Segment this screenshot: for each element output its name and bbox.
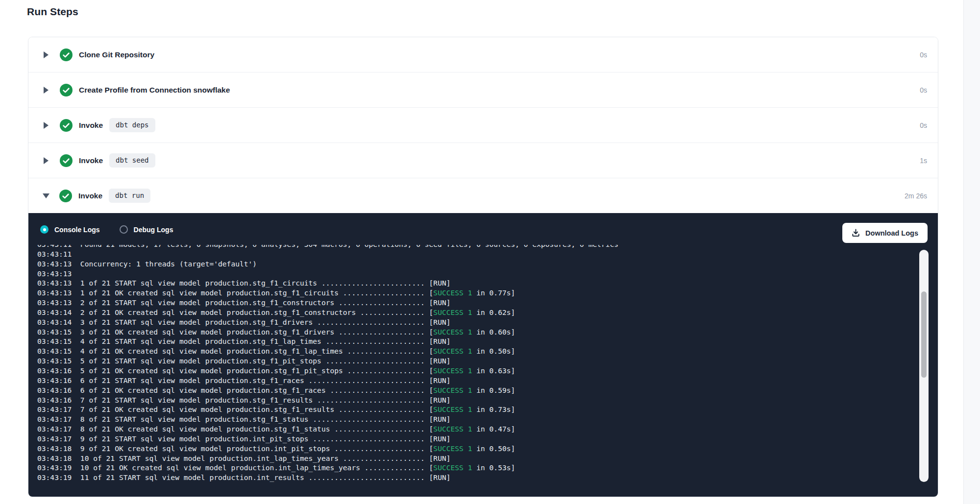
log-line: 03:43:14 3 of 21 START sql view model pr…	[37, 317, 916, 327]
success-check-icon	[60, 154, 73, 167]
log-status: RUN	[433, 415, 446, 423]
step-row-invoke-dbt-run[interactable]: Invokedbt run2m 26s	[28, 178, 938, 213]
log-line: 03:43:13 2 of 21 START sql view model pr…	[37, 298, 916, 308]
page-title: Run Steps	[27, 6, 78, 18]
log-status: RUN	[433, 357, 446, 365]
caret-down-icon[interactable]	[43, 193, 49, 198]
log-line: 03:43:16 6 of 21 OK created sql view mod…	[37, 385, 916, 395]
log-status: RUN	[433, 396, 446, 404]
console-log-content: 03:43:11 Found 21 models, 17 tests, 0 sn…	[37, 245, 916, 482]
log-line: 03:43:17 9 of 21 START sql view model pr…	[37, 434, 916, 444]
step-label: Clone Git Repository	[79, 50, 154, 59]
radio-unselected-icon[interactable]	[120, 225, 128, 234]
log-status: SUCCESS 1	[433, 463, 472, 472]
caret-right-icon[interactable]	[44, 157, 49, 164]
console-scrollbar-thumb[interactable]	[921, 291, 927, 378]
step-row-create-profile-from-connection-snowflake[interactable]: Create Profile from Connection snowflake…	[28, 72, 938, 107]
log-status: SUCCESS 1	[433, 288, 472, 297]
step-duration: 1s	[920, 157, 927, 165]
log-line: 03:43:19 11 of 21 START sql view model p…	[37, 473, 916, 482]
console-panel: Console LogsDebug Logs Download Logs 03:…	[28, 213, 938, 497]
step-label: Create Profile from Connection snowflake	[79, 86, 230, 95]
log-line: 03:43:15 3 of 21 OK created sql view mod…	[37, 327, 916, 337]
log-line: 03:43:11	[37, 249, 916, 259]
log-status: SUCCESS 1	[433, 366, 472, 375]
radio-debug-logs[interactable]: Debug Logs	[120, 225, 173, 234]
log-line: 03:43:11 Found 21 models, 17 tests, 0 sn…	[37, 245, 916, 249]
radio-selected-icon[interactable]	[40, 225, 49, 234]
step-row-clone-git-repository[interactable]: Clone Git Repository0s	[28, 37, 938, 72]
log-status: SUCCESS 1	[433, 386, 472, 394]
log-status: RUN	[433, 434, 446, 443]
radio-console-logs[interactable]: Console Logs	[40, 225, 100, 234]
log-type-radio-group: Console LogsDebug Logs	[40, 225, 173, 234]
step-command-chip: dbt deps	[109, 118, 155, 133]
log-line: 03:43:13 1 of 21 OK created sql view mod…	[37, 288, 916, 298]
step-duration: 0s	[920, 86, 927, 94]
caret-right-icon[interactable]	[44, 87, 49, 94]
run-steps-card: Clone Git Repository0sCreate Profile fro…	[28, 37, 938, 497]
console-log-viewport[interactable]: 03:43:11 Found 21 models, 17 tests, 0 sn…	[37, 245, 916, 497]
log-status: SUCCESS 1	[433, 347, 472, 355]
log-status: SUCCESS 1	[433, 405, 472, 413]
log-status: RUN	[433, 279, 446, 287]
log-status: RUN	[433, 473, 446, 481]
step-label: Invoke	[79, 121, 103, 130]
log-status: RUN	[433, 337, 446, 345]
log-line: 03:43:13 1 of 21 START sql view model pr…	[37, 278, 916, 288]
step-row-invoke-dbt-seed[interactable]: Invokedbt seed1s	[28, 143, 938, 178]
success-check-icon	[60, 119, 73, 132]
log-line: 03:43:17 7 of 21 OK created sql view mod…	[37, 405, 916, 414]
log-line: 03:43:17 8 of 21 START sql view model pr…	[37, 414, 916, 424]
log-line: 03:43:13	[37, 269, 916, 279]
download-logs-label: Download Logs	[865, 229, 918, 237]
log-line: 03:43:16 5 of 21 OK created sql view mod…	[37, 366, 916, 376]
log-line: 03:43:15 5 of 21 START sql view model pr…	[37, 356, 916, 366]
right-panel-divider	[963, 0, 980, 504]
success-check-icon	[59, 190, 72, 202]
log-line: 03:43:19 10 of 21 OK created sql view mo…	[37, 463, 916, 473]
step-duration: 0s	[920, 121, 927, 129]
step-duration: 2m 26s	[905, 192, 927, 200]
log-status: RUN	[433, 376, 446, 384]
log-status: SUCCESS 1	[433, 444, 472, 453]
log-status: RUN	[433, 454, 446, 462]
radio-label: Debug Logs	[134, 226, 173, 234]
run-steps-list: Clone Git Repository0sCreate Profile fro…	[28, 37, 938, 213]
log-line: 03:43:18 10 of 21 START sql view model p…	[37, 454, 916, 463]
download-logs-button[interactable]: Download Logs	[842, 223, 928, 243]
log-line: 03:43:15 4 of 21 OK created sql view mod…	[37, 346, 916, 356]
log-status: SUCCESS 1	[433, 425, 472, 433]
log-line: 03:43:15 4 of 21 START sql view model pr…	[37, 336, 916, 346]
step-command-chip: dbt run	[109, 189, 150, 203]
radio-label: Console Logs	[54, 226, 100, 234]
console-scrollbar-track[interactable]	[919, 250, 929, 482]
step-row-invoke-dbt-deps[interactable]: Invokedbt deps0s	[28, 107, 938, 143]
step-duration: 0s	[920, 51, 927, 59]
caret-right-icon[interactable]	[44, 122, 49, 129]
download-icon	[852, 229, 860, 237]
step-command-chip: dbt seed	[109, 153, 155, 168]
success-check-icon	[60, 48, 73, 61]
log-status: SUCCESS 1	[433, 308, 472, 316]
caret-right-icon[interactable]	[44, 51, 49, 58]
log-line: 03:43:14 2 of 21 OK created sql view mod…	[37, 308, 916, 317]
log-line: 03:43:18 9 of 21 OK created sql view mod…	[37, 444, 916, 454]
log-line: 03:43:16 6 of 21 START sql view model pr…	[37, 376, 916, 385]
success-check-icon	[60, 84, 73, 96]
step-label: Invoke	[79, 156, 103, 165]
log-line: 03:43:17 8 of 21 OK created sql view mod…	[37, 424, 916, 434]
log-line: 03:43:16 7 of 21 START sql view model pr…	[37, 395, 916, 405]
log-status: RUN	[433, 298, 446, 307]
log-status: SUCCESS 1	[433, 328, 472, 336]
log-status: RUN	[433, 318, 446, 326]
log-line: 03:43:13 Concurrency: 1 threads (target=…	[37, 259, 916, 269]
step-label: Invoke	[78, 192, 102, 200]
